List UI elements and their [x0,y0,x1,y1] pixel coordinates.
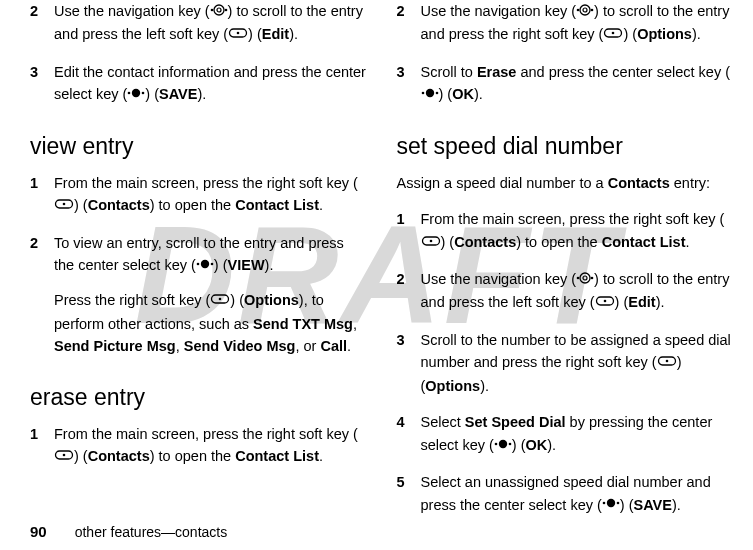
right-column: 2Use the navigation key () to scroll to … [397,0,734,500]
svg-point-37 [495,442,498,445]
step-text: Use the navigation key () to scroll to t… [54,0,367,47]
nav-key-icon [576,268,594,290]
svg-point-13 [201,260,209,268]
step-number: 1 [397,208,421,230]
step: 4Select Set Speed Dial by pressing the c… [397,411,734,457]
right-soft-key-icon [657,351,677,373]
svg-point-11 [197,263,200,266]
footer-text: other features—contacts [75,524,228,540]
left-column: 2Use the navigation key () to scroll to … [30,0,367,500]
svg-point-21 [583,8,587,12]
page-number: 90 [30,523,47,540]
right-soft-key-icon [421,231,441,253]
center-select-key-icon [196,254,214,276]
svg-point-10 [63,203,66,206]
svg-point-5 [237,32,240,35]
step: 2Use the navigation key () to scroll to … [397,0,734,47]
step-text: Scroll to the number to be assigned a sp… [421,329,734,397]
svg-point-6 [128,92,131,95]
speed-dial-intro: Assign a speed dial number to a Contacts… [397,172,734,194]
step-number: 4 [397,411,421,433]
left-soft-key-icon [595,291,615,313]
svg-point-40 [603,502,606,505]
svg-point-1 [224,9,227,12]
step: 2Use the navigation key () to scroll to … [30,0,367,47]
step-number: 2 [397,0,421,22]
svg-point-30 [591,277,594,280]
right-soft-key-icon [603,23,623,45]
step-number: 3 [397,329,421,351]
step: 1From the main screen, press the right s… [30,423,367,469]
svg-point-29 [577,277,580,280]
svg-point-26 [425,89,433,97]
step-text: From the main screen, press the right so… [421,208,734,254]
step-text: Edit the contact information and press t… [54,61,367,107]
step-number: 3 [397,61,421,83]
svg-point-41 [617,502,620,505]
page-footer: 90 other features—contacts [30,523,227,540]
step-text: From the main screen, press the right so… [54,172,367,218]
right-soft-key-icon [210,289,230,311]
svg-point-15 [219,298,222,301]
nav-key-icon [576,0,594,22]
step: 3Scroll to Erase and press the center se… [397,61,734,107]
svg-point-25 [435,92,438,95]
step-text: Select Set Speed Dial by pressing the ce… [421,411,734,457]
step-text: Use the navigation key () to scroll to t… [421,268,734,315]
svg-point-8 [132,89,140,97]
svg-point-36 [665,360,668,363]
svg-point-23 [612,32,615,35]
svg-point-2 [214,5,224,15]
right-soft-key-icon [54,445,74,467]
svg-point-32 [583,276,587,280]
svg-point-20 [580,5,590,15]
left-soft-key-icon [228,23,248,45]
svg-point-7 [142,92,145,95]
step-number: 3 [30,61,54,83]
step-number: 2 [397,268,421,290]
heading-set-speed-dial: set speed dial number [397,133,734,160]
step-number: 2 [30,0,54,22]
svg-point-24 [421,92,424,95]
step: 1From the main screen, press the right s… [30,172,367,218]
step: 1From the main screen, press the right s… [397,208,734,254]
center-select-key-icon [602,493,620,515]
svg-point-3 [217,8,221,12]
nav-key-icon [210,0,228,22]
step-text: From the main screen, press the right so… [54,423,367,469]
step-number: 5 [397,471,421,493]
center-select-key-icon [421,83,439,105]
svg-point-0 [210,9,213,12]
right-soft-key-icon [54,194,74,216]
step-number: 1 [30,172,54,194]
page-content: 2Use the navigation key () to scroll to … [0,0,753,500]
step: 5Select an unassigned speed dial number … [397,471,734,517]
step: 3Scroll to the number to be assigned a s… [397,329,734,397]
heading-erase-entry: erase entry [30,384,367,411]
step: 2Use the navigation key () to scroll to … [397,268,734,315]
heading-view-entry: view entry [30,133,367,160]
svg-point-38 [509,442,512,445]
svg-point-17 [63,454,66,457]
step-number: 1 [30,423,54,445]
svg-point-12 [211,263,214,266]
step-text: Use the navigation key () to scroll to t… [421,0,734,47]
step-number: 2 [30,232,54,254]
svg-point-39 [499,439,507,447]
svg-point-18 [577,9,580,12]
center-select-key-icon [127,83,145,105]
step-text: Select an unassigned speed dial number a… [421,471,734,517]
step: 2To view an entry, scroll to the entry a… [30,232,367,358]
step-text: To view an entry, scroll to the entry an… [54,232,367,358]
svg-point-28 [429,239,432,242]
svg-point-34 [603,300,606,303]
svg-point-42 [607,499,615,507]
step-text: Scroll to Erase and press the center sel… [421,61,734,107]
svg-point-31 [580,273,590,283]
step: 3Edit the contact information and press … [30,61,367,107]
svg-point-19 [591,9,594,12]
center-select-key-icon [494,434,512,456]
